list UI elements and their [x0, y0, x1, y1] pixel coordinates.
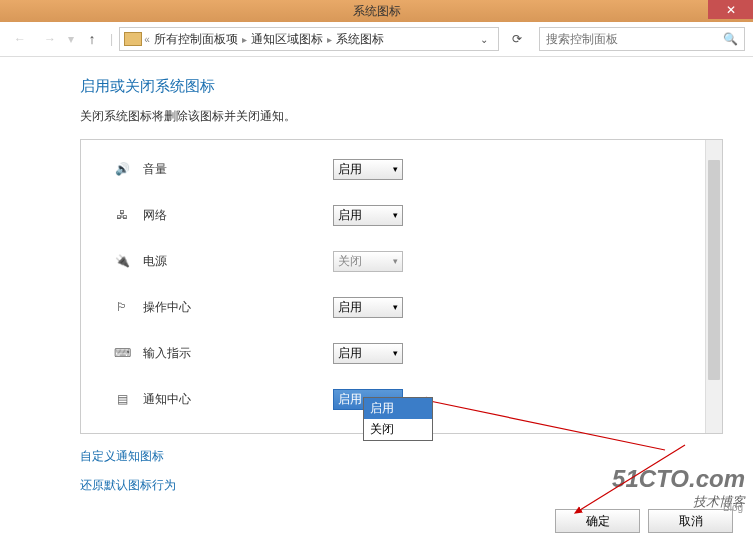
- refresh-icon: ⟳: [512, 32, 522, 46]
- icon-row-power: 🔌 电源 关闭 ▾: [111, 238, 705, 284]
- nav-separator: ▾: [68, 32, 74, 46]
- icons-list: 🔊 音量 启用 ▾ 🖧 网络 启用 ▾ 🔌 电源: [81, 140, 705, 433]
- control-panel-icon: [124, 32, 142, 46]
- search-box[interactable]: 🔍: [539, 27, 745, 51]
- search-icon[interactable]: 🔍: [723, 32, 738, 46]
- row-label: 电源: [143, 253, 333, 270]
- chevron-down-icon[interactable]: ⌄: [474, 34, 494, 45]
- chevron-down-icon: ▾: [393, 256, 398, 266]
- input-select[interactable]: 启用 ▾: [333, 343, 403, 364]
- notification-icon: ▤: [111, 391, 133, 407]
- chevron-right-icon: ▸: [242, 34, 247, 45]
- volume-icon: 🔊: [111, 161, 133, 177]
- icon-row-network: 🖧 网络 启用 ▾: [111, 192, 705, 238]
- power-icon: 🔌: [111, 253, 133, 269]
- network-icon: 🖧: [111, 207, 133, 223]
- flag-icon: 🏳: [111, 299, 133, 315]
- window-title: 系统图标: [353, 3, 401, 20]
- row-label: 通知中心: [143, 391, 333, 408]
- close-icon: ✕: [726, 3, 736, 17]
- breadcrumb-item[interactable]: 所有控制面板项: [152, 31, 240, 48]
- nav-bar: ← → ▾ ↑ | « 所有控制面板项 ▸ 通知区域图标 ▸ 系统图标 ⌄ ⟳ …: [0, 22, 753, 57]
- icons-panel: 🔊 音量 启用 ▾ 🖧 网络 启用 ▾ 🔌 电源: [80, 139, 723, 434]
- row-label: 输入指示: [143, 345, 333, 362]
- refresh-button[interactable]: ⟳: [505, 27, 529, 51]
- ok-button[interactable]: 确定: [555, 509, 640, 533]
- nav-separator: |: [110, 32, 113, 46]
- restore-link[interactable]: 还原默认图标行为: [80, 477, 723, 494]
- page-description: 关闭系统图标将删除该图标并关闭通知。: [80, 108, 723, 125]
- breadcrumb-item[interactable]: 系统图标: [334, 31, 386, 48]
- row-label: 音量: [143, 161, 333, 178]
- volume-select[interactable]: 启用 ▾: [333, 159, 403, 180]
- search-input[interactable]: [546, 32, 723, 46]
- content-area: 启用或关闭系统图标 关闭系统图标将删除该图标并关闭通知。 🔊 音量 启用 ▾ 🖧…: [0, 57, 753, 516]
- close-button[interactable]: ✕: [708, 0, 753, 19]
- scroll-thumb[interactable]: [708, 160, 720, 380]
- arrow-left-icon: ←: [14, 32, 26, 46]
- dropdown-option-off[interactable]: 关闭: [364, 419, 432, 440]
- chevron-down-icon: ▾: [393, 348, 398, 358]
- scrollbar[interactable]: [705, 140, 722, 433]
- forward-button[interactable]: →: [38, 27, 62, 51]
- chevron-down-icon: ▾: [393, 302, 398, 312]
- chevron-down-icon: ▾: [393, 210, 398, 220]
- title-bar: 系统图标 ✕: [0, 0, 753, 22]
- action-center-select[interactable]: 启用 ▾: [333, 297, 403, 318]
- breadcrumb-item[interactable]: 通知区域图标: [249, 31, 325, 48]
- network-select[interactable]: 启用 ▾: [333, 205, 403, 226]
- dropdown-option-on[interactable]: 启用: [364, 398, 432, 419]
- row-label: 网络: [143, 207, 333, 224]
- power-select: 关闭 ▾: [333, 251, 403, 272]
- button-bar: 确定 取消: [555, 509, 733, 533]
- cancel-button[interactable]: 取消: [648, 509, 733, 533]
- chevron-down-icon: ▾: [393, 164, 398, 174]
- arrow-right-icon: →: [44, 32, 56, 46]
- keyboard-icon: ⌨: [111, 345, 133, 361]
- chevron-right-icon: «: [144, 34, 150, 45]
- page-title: 启用或关闭系统图标: [80, 77, 723, 96]
- chevron-right-icon: ▸: [327, 34, 332, 45]
- icon-row-action-center: 🏳 操作中心 启用 ▾: [111, 284, 705, 330]
- up-button[interactable]: ↑: [80, 27, 104, 51]
- breadcrumb[interactable]: « 所有控制面板项 ▸ 通知区域图标 ▸ 系统图标 ⌄: [119, 27, 499, 51]
- icon-row-volume: 🔊 音量 启用 ▾: [111, 146, 705, 192]
- row-label: 操作中心: [143, 299, 333, 316]
- icon-row-input: ⌨ 输入指示 启用 ▾: [111, 330, 705, 376]
- arrow-up-icon: ↑: [89, 31, 96, 47]
- links-area: 自定义通知图标 还原默认图标行为: [80, 448, 723, 494]
- dropdown-menu: 启用 关闭: [363, 397, 433, 441]
- back-button[interactable]: ←: [8, 27, 32, 51]
- customize-link[interactable]: 自定义通知图标: [80, 448, 723, 465]
